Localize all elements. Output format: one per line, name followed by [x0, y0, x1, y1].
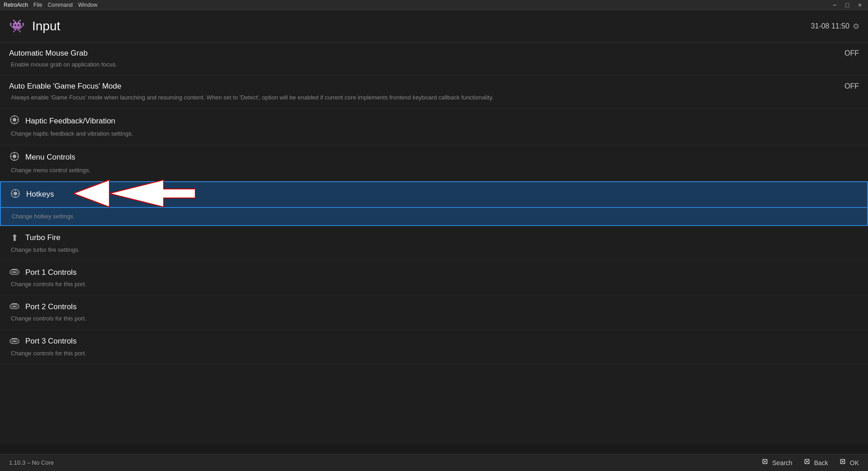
hotkeys-icon: [10, 188, 21, 201]
svg-point-40: [840, 459, 841, 460]
svg-point-41: [844, 459, 845, 460]
ok-icon: [839, 458, 847, 468]
svg-point-23: [15, 340, 17, 342]
search-icon: [761, 458, 769, 468]
setting-name: Turbo Fire: [25, 233, 61, 242]
svg-point-17: [15, 306, 17, 307]
setting-haptic-feedback[interactable]: Haptic Feedback/Vibration Change haptic …: [0, 108, 868, 145]
setting-desc: Change hotkey settings.: [10, 212, 858, 221]
header-datetime: 31-08 11:50 ⊙: [811, 22, 859, 30]
menu-window[interactable]: Window: [78, 2, 98, 8]
page-title: Input: [32, 19, 60, 33]
setting-desc: Change controls for this port.: [9, 349, 859, 358]
setting-hotkeys[interactable]: Hotkeys: [0, 181, 868, 208]
back-icon: [803, 458, 811, 468]
setting-label-group: Auto Enable 'Game Focus' Mode: [9, 82, 121, 91]
svg-point-31: [766, 462, 768, 464]
hotkeys-desc: Change hotkey settings.: [0, 208, 868, 226]
haptic-icon: [9, 115, 20, 127]
setting-port2-controls[interactable]: Port 2 Controls Change controls for this…: [0, 295, 868, 330]
setting-name: Port 1 Controls: [25, 268, 76, 277]
svg-rect-9: [12, 269, 17, 270]
svg-point-30: [763, 462, 764, 464]
svg-point-39: [842, 461, 844, 462]
setting-desc: Change turbo fire settings.: [9, 246, 859, 254]
setting-label-group: Port 2 Controls: [9, 301, 76, 312]
datetime-text: 31-08 11:50: [811, 22, 849, 30]
menu-command[interactable]: Command: [47, 2, 72, 8]
setting-turbo-fire[interactable]: ⬆ Turbo Fire Change turbo fire settings.: [0, 226, 868, 261]
svg-point-34: [804, 459, 806, 460]
svg-point-28: [763, 459, 764, 460]
port3-icon: [9, 336, 20, 347]
maximize-button[interactable]: □: [843, 2, 852, 8]
svg-rect-19: [14, 306, 15, 307]
ok-button[interactable]: OK: [839, 458, 859, 468]
setting-label-group: Menu Controls: [9, 151, 75, 164]
svg-rect-15: [12, 303, 17, 304]
setting-desc: Change menu control settings.: [9, 166, 859, 174]
svg-point-11: [15, 271, 17, 273]
header: 👾 Input 31-08 11:50 ⊙: [0, 10, 868, 42]
svg-rect-25: [14, 341, 15, 342]
input-icon: 👾: [9, 19, 25, 33]
svg-point-16: [12, 306, 14, 307]
svg-point-42: [840, 462, 841, 464]
setting-label-group: Automatic Mouse Grab: [9, 49, 88, 58]
setting-label-group: Port 1 Controls: [9, 267, 76, 278]
svg-point-35: [808, 459, 809, 460]
status-buttons: Search Back: [761, 458, 859, 468]
title-bar-left: RetroArch File Command Window: [4, 2, 97, 8]
svg-rect-21: [12, 338, 17, 339]
setting-label-group: ⬆ Turbo Fire: [9, 232, 61, 243]
minimize-button[interactable]: −: [830, 2, 839, 8]
setting-label-group: Haptic Feedback/Vibration: [9, 115, 115, 127]
menu-controls-icon: [9, 151, 20, 164]
setting-desc: Change controls for this port.: [9, 315, 859, 323]
svg-point-33: [806, 461, 808, 462]
setting-value: OFF: [844, 49, 859, 57]
svg-point-43: [844, 462, 845, 464]
svg-point-5: [14, 192, 17, 195]
setting-value: OFF: [844, 82, 859, 90]
setting-label-group: Port 3 Controls: [9, 336, 76, 347]
svg-point-10: [12, 271, 14, 273]
back-button[interactable]: Back: [803, 458, 828, 468]
svg-rect-13: [14, 272, 15, 273]
setting-desc: Change haptic feedback and vibration set…: [9, 130, 859, 138]
setting-port1-controls[interactable]: Port 1 Controls Change controls for this…: [0, 261, 868, 295]
setting-desc: Always enable 'Game Focus' mode when lau…: [9, 94, 859, 102]
header-left: 👾 Input: [9, 19, 60, 33]
setting-desc: Change controls for this port.: [9, 280, 859, 288]
setting-name: Port 2 Controls: [25, 302, 76, 311]
port1-icon: [9, 267, 20, 278]
status-bar: 1.10.3 – No Core Search: [0, 454, 868, 471]
title-bar-controls: − □ ×: [830, 2, 864, 8]
setting-name: Automatic Mouse Grab: [9, 49, 88, 58]
svg-point-36: [804, 462, 806, 464]
title-bar: RetroArch File Command Window − □ ×: [0, 0, 868, 10]
clock-icon: ⊙: [853, 22, 859, 30]
turbo-fire-icon: ⬆: [9, 232, 20, 243]
setting-name: Port 3 Controls: [25, 337, 76, 346]
setting-desc: Enable mouse grab on application focus.: [9, 61, 859, 69]
setting-name: Hotkeys: [26, 190, 54, 199]
setting-name: Menu Controls: [25, 153, 75, 162]
port2-icon: [9, 301, 20, 312]
settings-list: Automatic Mouse Grab OFF Enable mouse gr…: [0, 42, 868, 445]
svg-point-29: [766, 459, 768, 460]
setting-menu-controls[interactable]: Menu Controls Change menu control settin…: [0, 145, 868, 181]
svg-point-37: [808, 462, 809, 464]
svg-point-27: [764, 461, 766, 462]
setting-auto-game-focus[interactable]: Auto Enable 'Game Focus' Mode OFF Always…: [0, 75, 868, 108]
back-label: Back: [814, 459, 828, 466]
close-button[interactable]: ×: [855, 2, 864, 8]
menu-file[interactable]: File: [33, 2, 42, 8]
search-button[interactable]: Search: [761, 458, 792, 468]
version-text: 1.10.3 – No Core: [9, 459, 54, 466]
setting-label-group: Hotkeys: [10, 188, 54, 201]
setting-port3-controls[interactable]: Port 3 Controls Change controls for this…: [0, 330, 868, 364]
search-label: Search: [772, 459, 792, 466]
svg-point-3: [13, 155, 16, 158]
setting-automatic-mouse-grab[interactable]: Automatic Mouse Grab OFF Enable mouse gr…: [0, 42, 868, 75]
